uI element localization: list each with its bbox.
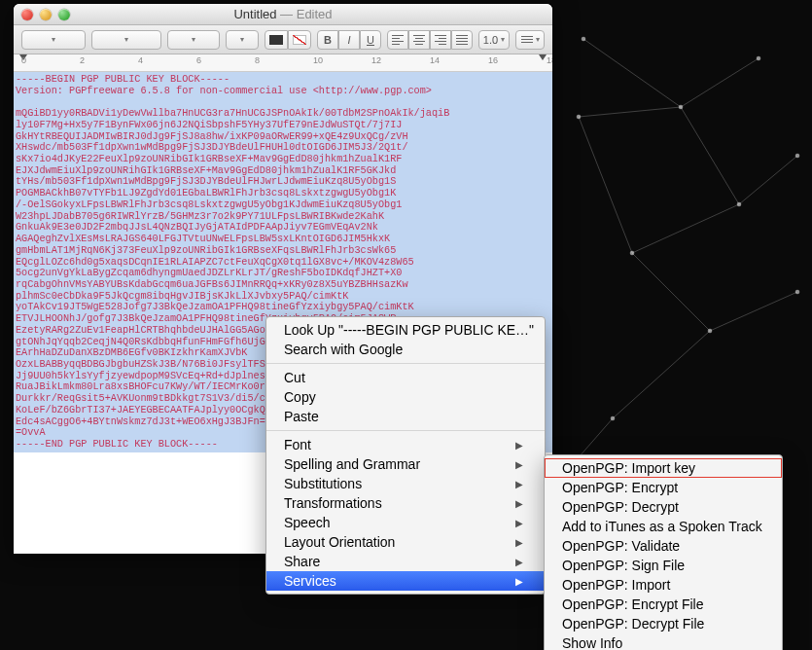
toolbar: ▾ ▾ ▾ ▾ B I U 1.0▾ ▾ — [14, 25, 552, 54]
list-style-dropdown[interactable]: ▾ — [515, 30, 545, 50]
svg-point-16 — [795, 154, 799, 158]
window-title-sep: — — [276, 7, 296, 21]
services-submenu: OpenPGP: Import key OpenPGP: Encrypt Ope… — [544, 454, 783, 650]
line-spacing-value: 1.0 — [483, 34, 498, 46]
align-right-button[interactable] — [430, 30, 451, 50]
services-decrypt-file[interactable]: OpenPGP: Decrypt File — [545, 614, 782, 633]
services-validate[interactable]: OpenPGP: Validate — [545, 536, 782, 556]
titlebar[interactable]: Untitled — Edited — [14, 4, 552, 25]
align-group — [387, 30, 473, 50]
chevron-right-icon: ▶ — [515, 557, 523, 567]
menu-lookup[interactable]: Look Up "-----BEGIN PGP PUBLIC KE…" — [266, 320, 545, 340]
align-center-button[interactable] — [408, 30, 430, 50]
svg-line-0 — [583, 39, 681, 107]
ruler-tick: 10 — [313, 55, 323, 65]
font-weight-dropdown[interactable]: ▾ — [167, 30, 220, 50]
align-left-button[interactable] — [387, 30, 408, 50]
svg-line-2 — [681, 107, 739, 204]
ruler-tick: 0 — [21, 55, 26, 65]
menu-speech[interactable]: Speech▶ — [266, 513, 545, 532]
line-spacing-dropdown[interactable]: 1.0▾ — [478, 30, 510, 50]
chevron-right-icon: ▶ — [515, 518, 523, 528]
svg-point-17 — [630, 251, 634, 255]
chevron-right-icon: ▶ — [515, 537, 523, 548]
menu-share[interactable]: Share▶ — [266, 552, 545, 571]
bold-button[interactable]: B — [317, 30, 338, 50]
menu-substitutions[interactable]: Substitutions▶ — [266, 474, 545, 493]
services-import-key[interactable]: OpenPGP: Import key — [545, 458, 782, 478]
svg-point-21 — [577, 115, 581, 119]
paragraph-style-dropdown[interactable]: ▾ — [21, 30, 86, 50]
chevron-right-icon: ▶ — [515, 479, 523, 489]
menu-services[interactable]: Services▶ — [266, 571, 545, 591]
menu-spelling[interactable]: Spelling and Grammar▶ — [266, 454, 545, 474]
ruler-tick: 4 — [138, 55, 143, 65]
underline-button[interactable]: U — [360, 30, 381, 50]
svg-point-13 — [679, 105, 683, 109]
color-group — [265, 30, 311, 50]
svg-point-14 — [757, 56, 760, 60]
italic-button[interactable]: I — [338, 30, 360, 50]
svg-point-15 — [737, 202, 741, 206]
window-title-status: Edited — [297, 7, 333, 21]
svg-point-20 — [611, 416, 615, 420]
svg-line-7 — [613, 331, 710, 418]
svg-line-3 — [739, 156, 797, 204]
menu-copy[interactable]: Copy — [266, 387, 545, 407]
services-itunes-track[interactable]: Add to iTunes as a Spoken Track — [545, 517, 782, 536]
style-group: B I U — [317, 30, 381, 50]
align-justify-button[interactable] — [451, 30, 473, 50]
ruler-tick: 14 — [430, 55, 440, 65]
menu-layout-orientation[interactable]: Layout Orientation▶ — [266, 532, 545, 552]
services-import[interactable]: OpenPGP: Import — [545, 575, 782, 595]
chevron-right-icon: ▶ — [515, 459, 523, 470]
context-menu: Look Up "-----BEGIN PGP PUBLIC KE…" Sear… — [265, 316, 546, 595]
services-show-info[interactable]: Show Info — [545, 633, 782, 650]
svg-point-12 — [582, 37, 585, 41]
window-title-main: Untitled — [233, 7, 276, 21]
services-encrypt[interactable]: OpenPGP: Encrypt — [545, 478, 782, 497]
window-title: Untitled — Edited — [14, 7, 552, 21]
chevron-right-icon: ▶ — [515, 576, 523, 587]
svg-line-1 — [681, 58, 759, 107]
menu-cut[interactable]: Cut — [266, 368, 545, 387]
ruler[interactable]: 024681012141618 — [14, 54, 552, 72]
services-decrypt[interactable]: OpenPGP: Decrypt — [545, 497, 782, 517]
services-encrypt-file[interactable]: OpenPGP: Encrypt File — [545, 595, 782, 614]
svg-point-18 — [708, 329, 712, 333]
svg-line-4 — [632, 204, 739, 253]
services-sign-file[interactable]: OpenPGP: Sign File — [545, 556, 782, 575]
font-family-dropdown[interactable]: ▾ — [91, 30, 161, 50]
ruler-tick: 12 — [371, 55, 381, 65]
ruler-tick: 8 — [255, 55, 260, 65]
ruler-tick: 2 — [80, 55, 85, 65]
svg-line-6 — [710, 292, 797, 331]
svg-line-5 — [632, 253, 710, 331]
font-size-dropdown[interactable]: ▾ — [226, 30, 259, 50]
menu-paste[interactable]: Paste — [266, 407, 545, 426]
ruler-tick: 16 — [488, 55, 498, 65]
menu-transformations[interactable]: Transformations▶ — [266, 493, 545, 513]
svg-point-19 — [795, 290, 799, 294]
menu-font[interactable]: Font▶ — [266, 435, 545, 454]
menu-search-google[interactable]: Search with Google — [266, 340, 545, 359]
chevron-right-icon: ▶ — [515, 498, 523, 509]
ruler-tick: 18 — [547, 55, 552, 65]
ruler-tick: 6 — [196, 55, 201, 65]
svg-line-9 — [579, 117, 632, 253]
svg-line-8 — [579, 107, 681, 117]
chevron-right-icon: ▶ — [515, 440, 523, 451]
text-color-button[interactable] — [265, 30, 288, 50]
bg-color-button[interactable] — [288, 30, 311, 50]
tab-stop-right-icon[interactable] — [539, 54, 547, 60]
